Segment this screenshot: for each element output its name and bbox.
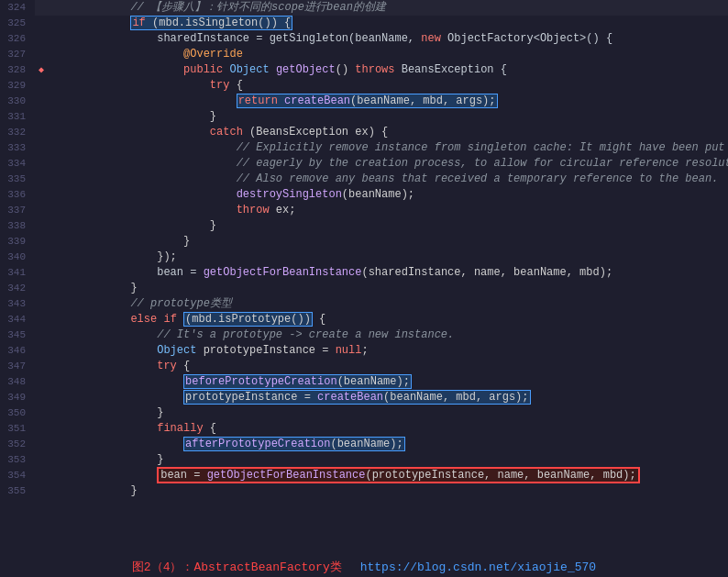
code-line: 345 // It's a prototype -> create a new …: [0, 327, 728, 343]
line-content: catch (BeansException ex) {: [48, 125, 728, 140]
code-line: 355 }: [0, 483, 728, 499]
code-line: 334 // eagerly by the creation process, …: [0, 156, 728, 172]
line-content: finally {: [48, 421, 728, 437]
code-line: 338 }: [0, 218, 728, 234]
line-content: afterPrototypeCreation(beanName);: [48, 437, 728, 452]
line-number: 345: [0, 327, 35, 343]
code-line: 340 });: [0, 250, 728, 265]
code-line: 332 catch (BeansException ex) {: [0, 125, 728, 140]
link-text[interactable]: https://blog.csdn.net/xiaojie_570: [360, 560, 596, 574]
line-number: 351: [0, 421, 35, 437]
code-line: 347 try {: [0, 359, 728, 374]
line-gutter: ◆: [35, 62, 48, 78]
code-line: 350 }: [0, 405, 728, 421]
line-number: 348: [0, 374, 35, 390]
line-content: }: [48, 234, 728, 250]
line-number: 341: [0, 265, 35, 281]
code-line: 336 destroySingleton(beanName);: [0, 187, 728, 203]
line-content: // eagerly by the creation process, to a…: [48, 156, 728, 172]
line-content: // Also remove any beans that received a…: [48, 172, 728, 187]
line-content: // prototype类型: [48, 296, 728, 312]
line-content: beforePrototypeCreation(beanName);: [48, 374, 728, 390]
code-line: 341 bean = getObjectForBeanInstance(shar…: [0, 265, 728, 281]
line-number: 324: [0, 0, 35, 16]
line-content: }: [48, 483, 728, 499]
code-line: 353 }: [0, 452, 728, 468]
line-content: @Override: [48, 47, 728, 62]
line-number: 333: [0, 140, 35, 156]
line-content: destroySingleton(beanName);: [48, 187, 728, 203]
line-number: 346: [0, 343, 35, 359]
line-content: // 【步骤八】：针对不同的scope进行bean的创建: [48, 0, 728, 16]
code-line: 326 sharedInstance = getSingleton(beanNa…: [0, 31, 728, 47]
line-number: 335: [0, 172, 35, 187]
code-line: 335 // Also remove any beans that receiv…: [0, 172, 728, 187]
line-content: // Explicitly remove instance from singl…: [48, 140, 728, 156]
line-content: }: [48, 452, 728, 468]
line-content: sharedInstance = getSingleton(beanName, …: [48, 31, 728, 47]
code-line: 325 if (mbd.isSingleton()) {: [0, 16, 728, 31]
code-lines: 324 // 【步骤八】：针对不同的scope进行bean的创建325 if (…: [0, 0, 728, 499]
line-number: 343: [0, 296, 35, 312]
line-content: }: [48, 109, 728, 125]
code-line: 333 // Explicitly remove instance from s…: [0, 140, 728, 156]
bottom-bar: 图2（4）：AbstractBeanFactory类 https://blog.…: [0, 557, 728, 577]
line-number: 342: [0, 281, 35, 296]
line-content: }: [48, 218, 728, 234]
code-line: 344 else if (mbd.isPrototype()) {: [0, 312, 728, 327]
code-line: 327 @Override: [0, 47, 728, 62]
line-number: 353: [0, 452, 35, 468]
line-number: 352: [0, 437, 35, 452]
code-line: 328◆ public Object getObject() throws Be…: [0, 62, 728, 78]
line-number: 347: [0, 359, 35, 374]
line-number: 334: [0, 156, 35, 172]
line-number: 336: [0, 187, 35, 203]
line-number: 340: [0, 250, 35, 265]
line-number: 350: [0, 405, 35, 421]
line-number: 327: [0, 47, 35, 62]
line-number: 326: [0, 31, 35, 47]
line-content: // It's a prototype -> create a new inst…: [48, 327, 728, 343]
code-line: 331 }: [0, 109, 728, 125]
code-line: 339 }: [0, 234, 728, 250]
line-content: public Object getObject() throws BeansEx…: [48, 62, 728, 78]
line-content: Object prototypeInstance = null;: [48, 343, 728, 359]
line-content: if (mbd.isSingleton()) {: [48, 16, 728, 31]
code-line: 351 finally {: [0, 421, 728, 437]
code-line: 349 prototypeInstance = createBean(beanN…: [0, 390, 728, 405]
line-content: throw ex;: [48, 203, 728, 218]
code-line: 342 }: [0, 281, 728, 296]
line-number: 349: [0, 390, 35, 405]
code-line: 337 throw ex;: [0, 203, 728, 218]
line-number: 354: [0, 468, 35, 483]
line-number: 325: [0, 16, 35, 31]
line-number: 337: [0, 203, 35, 218]
code-editor: 324 // 【步骤八】：针对不同的scope进行bean的创建325 if (…: [0, 0, 728, 577]
line-number: 339: [0, 234, 35, 250]
line-number: 338: [0, 218, 35, 234]
line-number: 328: [0, 62, 35, 78]
line-number: 329: [0, 78, 35, 94]
line-content: try {: [48, 78, 728, 94]
line-content: try {: [48, 359, 728, 374]
line-content: return createBean(beanName, mbd, args);: [48, 94, 728, 109]
code-line: 352 afterPrototypeCreation(beanName);: [0, 437, 728, 452]
line-content: });: [48, 250, 728, 265]
line-number: 332: [0, 125, 35, 140]
line-content: bean = getObjectForBeanInstance(prototyp…: [48, 468, 728, 483]
line-content: prototypeInstance = createBean(beanName,…: [48, 390, 728, 405]
code-line: 343 // prototype类型: [0, 296, 728, 312]
code-line: 354 bean = getObjectForBeanInstance(prot…: [0, 468, 728, 483]
line-content: else if (mbd.isPrototype()) {: [48, 312, 728, 327]
code-line: 324 // 【步骤八】：针对不同的scope进行bean的创建: [0, 0, 728, 16]
code-line: 329 try {: [0, 78, 728, 94]
code-line: 346 Object prototypeInstance = null;: [0, 343, 728, 359]
code-line: 348 beforePrototypeCreation(beanName);: [0, 374, 728, 390]
line-number: 355: [0, 483, 35, 499]
line-content: }: [48, 405, 728, 421]
code-line: 330 return createBean(beanName, mbd, arg…: [0, 94, 728, 109]
line-content: }: [48, 281, 728, 296]
line-content: bean = getObjectForBeanInstance(sharedIn…: [48, 265, 728, 281]
line-number: 331: [0, 109, 35, 125]
line-number: 344: [0, 312, 35, 327]
